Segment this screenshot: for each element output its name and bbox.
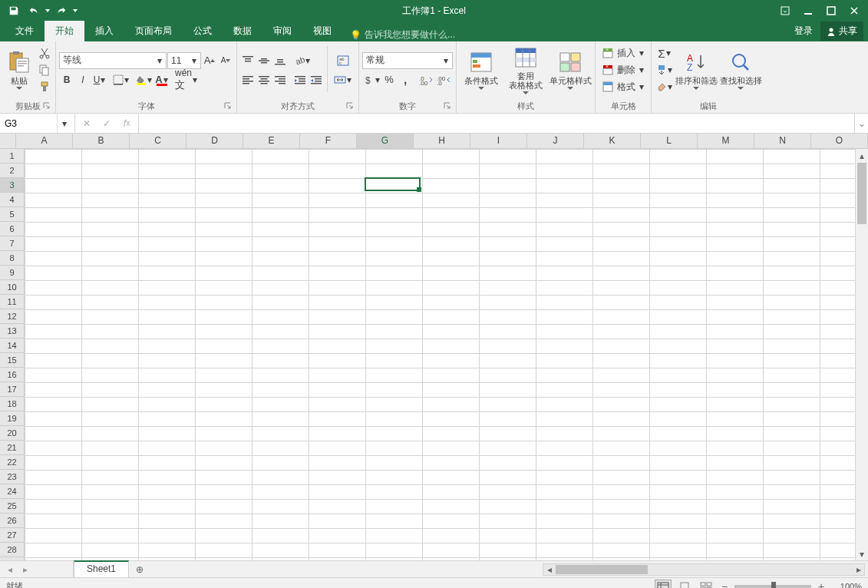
sheet-tab[interactable]: Sheet1 (74, 560, 129, 577)
phonetic-button[interactable]: wén文▾ (173, 71, 198, 88)
zoom-slider[interactable] (734, 585, 811, 588)
bold-button[interactable]: B (59, 71, 74, 88)
number-launcher[interactable] (444, 102, 451, 110)
expand-formula-bar[interactable]: ⌄ (854, 114, 868, 133)
normal-view-button[interactable] (655, 580, 672, 589)
row-header[interactable]: 27 (0, 528, 24, 543)
merge-center-button[interactable]: ▾ (331, 71, 355, 88)
tab-home[interactable]: 开始 (45, 21, 84, 41)
tab-file[interactable]: 文件 (5, 21, 45, 41)
page-layout-view-button[interactable] (676, 580, 693, 589)
scroll-left-button[interactable]: ◂ (543, 564, 555, 575)
horizontal-scrollbar[interactable]: ◂ ▸ (543, 563, 865, 576)
undo-dropdown[interactable] (45, 2, 51, 20)
column-header[interactable]: J (527, 134, 584, 148)
tab-view[interactable]: 视图 (302, 21, 342, 41)
row-header[interactable]: 24 (0, 484, 24, 499)
cell-styles-button[interactable]: 单元格样式 (549, 43, 592, 97)
column-header[interactable]: H (414, 134, 470, 148)
sheet-next-button[interactable]: ▸ (18, 563, 32, 576)
column-header[interactable]: G (357, 134, 414, 148)
zoom-in-button[interactable]: + (816, 580, 827, 589)
login-button[interactable]: 登录 (787, 21, 820, 41)
ribbon-options-button[interactable] (774, 2, 796, 20)
tell-me-search[interactable]: 💡 告诉我您想要做什么... (342, 28, 463, 41)
align-top-button[interactable] (240, 52, 256, 69)
delete-cells-button[interactable]: ×删除▾ (599, 61, 648, 78)
vscroll-thumb[interactable] (857, 163, 866, 224)
row-header[interactable]: 23 (0, 470, 24, 484)
copy-button[interactable] (37, 61, 52, 78)
insert-function-button[interactable]: fx (117, 114, 137, 133)
accounting-format-button[interactable]: $▾ (362, 71, 381, 88)
row-header[interactable]: 2 (0, 164, 24, 178)
font-name-combo[interactable]: 等线▾ (59, 52, 167, 69)
name-box-input[interactable] (0, 118, 57, 129)
column-header[interactable]: K (584, 134, 641, 148)
column-header[interactable]: N (754, 134, 811, 148)
row-header[interactable]: 1 (0, 149, 24, 164)
column-header[interactable]: O (811, 134, 868, 148)
format-painter-button[interactable] (37, 78, 52, 95)
add-sheet-button[interactable]: ⊕ (129, 561, 150, 577)
alignment-launcher[interactable] (346, 102, 354, 110)
italic-button[interactable]: I (75, 71, 91, 88)
decrease-font-button[interactable]: A (218, 52, 233, 69)
increase-font-button[interactable]: A (202, 52, 217, 69)
tab-layout[interactable]: 页面布局 (124, 21, 183, 41)
format-cells-button[interactable]: 格式▾ (599, 78, 648, 95)
row-header[interactable]: 22 (0, 455, 24, 470)
conditional-format-button[interactable]: 条件格式 (460, 43, 503, 97)
zoom-level[interactable]: 100% (831, 582, 862, 589)
row-header[interactable]: 18 (0, 397, 24, 411)
row-header[interactable]: 8 (0, 251, 24, 266)
vertical-scrollbar[interactable]: ▴ ▾ (855, 149, 868, 560)
align-right-button[interactable] (272, 71, 288, 88)
decrease-indent-button[interactable] (292, 71, 308, 88)
row-header[interactable]: 26 (0, 514, 24, 528)
orientation-button[interactable]: ab▾ (292, 52, 311, 69)
find-select-button[interactable]: 查找和选择 (719, 43, 762, 97)
tab-data[interactable]: 数据 (223, 21, 262, 41)
percent-button[interactable]: % (381, 71, 397, 88)
clear-button[interactable]: ▾ (655, 78, 673, 95)
align-middle-button[interactable] (256, 52, 272, 69)
row-header[interactable]: 5 (0, 207, 24, 222)
row-header[interactable]: 21 (0, 441, 24, 455)
minimize-button[interactable] (797, 2, 819, 20)
insert-cells-button[interactable]: +插入▾ (599, 45, 648, 61)
undo-button[interactable] (25, 2, 43, 20)
zoom-handle[interactable] (771, 582, 776, 589)
scroll-down-button[interactable]: ▾ (856, 547, 868, 560)
row-header[interactable]: 14 (0, 339, 24, 353)
maximize-button[interactable] (820, 2, 842, 20)
row-header[interactable]: 12 (0, 309, 24, 324)
row-header[interactable]: 16 (0, 368, 24, 382)
name-box-dropdown[interactable]: ▾ (57, 114, 71, 133)
share-button[interactable]: 共享 (820, 21, 863, 41)
row-header[interactable]: 7 (0, 236, 24, 251)
align-left-button[interactable] (240, 71, 256, 88)
font-size-combo[interactable]: 11▾ (167, 52, 201, 69)
accept-formula-button[interactable]: ✓ (97, 114, 117, 133)
row-header[interactable]: 19 (0, 411, 24, 426)
row-header[interactable]: 25 (0, 499, 24, 514)
number-format-combo[interactable]: 常规▾ (362, 52, 453, 69)
column-header[interactable]: F (300, 134, 357, 148)
fill-color-button[interactable]: ▾ (134, 71, 153, 88)
format-table-button[interactable]: 套用 表格格式 (504, 43, 547, 97)
row-header[interactable]: 4 (0, 193, 24, 207)
scroll-right-button[interactable]: ▸ (853, 564, 864, 575)
column-header[interactable]: I (470, 134, 527, 148)
cancel-formula-button[interactable]: ✕ (77, 114, 97, 133)
increase-decimal-button[interactable]: .0.00 (417, 71, 434, 88)
increase-indent-button[interactable] (309, 71, 324, 88)
tab-review[interactable]: 审阅 (262, 21, 302, 41)
row-header[interactable]: 3 (0, 178, 24, 193)
row-header[interactable]: 17 (0, 382, 24, 397)
decrease-decimal-button[interactable]: .00.0 (435, 71, 452, 88)
comma-button[interactable]: , (398, 71, 413, 88)
border-button[interactable]: ▾ (111, 71, 130, 88)
paste-button[interactable]: 粘贴 (3, 43, 35, 97)
fill-button[interactable]: ▾ (655, 61, 673, 78)
